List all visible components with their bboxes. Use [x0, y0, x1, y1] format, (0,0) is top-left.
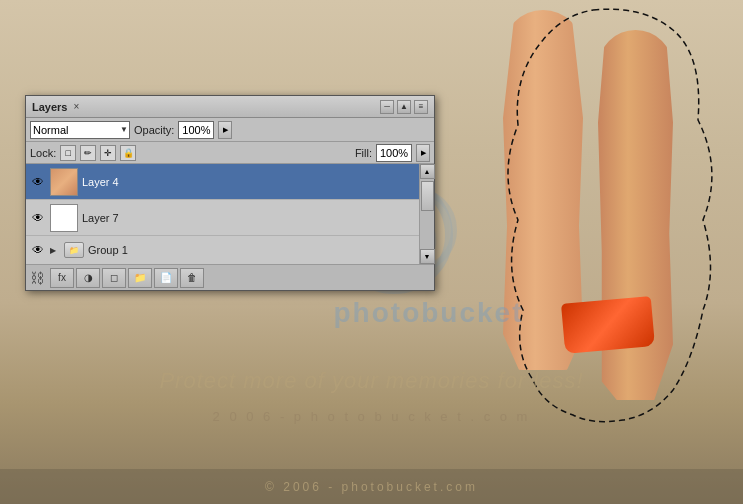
opacity-arrow-button[interactable]: ▶ [218, 121, 232, 139]
link-layers-icon: ⛓ [30, 270, 44, 286]
layer-4-thumbnail [50, 168, 78, 196]
copyright-bar: © 2006 - photobucket.com [0, 469, 743, 504]
panel-title-area: Layers × [32, 101, 79, 113]
panel-close-button[interactable]: × [73, 101, 79, 112]
new-group-button[interactable]: 📁 [128, 268, 152, 288]
panel-titlebar: Layers × ─ ▲ ≡ [26, 96, 434, 118]
group-name: Group 1 [88, 244, 128, 256]
group-expand-arrow[interactable]: ▶ [50, 246, 60, 255]
watermark-main: Protect more of your memories for less! [0, 368, 743, 394]
fx-button[interactable]: fx [50, 268, 74, 288]
lock-transparent-button[interactable]: □ [60, 145, 76, 161]
new-layer-button[interactable]: 📄 [154, 268, 178, 288]
layer-4-name: Layer 4 [82, 176, 414, 188]
opacity-input[interactable] [178, 121, 214, 139]
scroll-thumb[interactable] [421, 181, 434, 211]
layer-row-4[interactable]: 👁 Layer 4 [26, 164, 434, 200]
panel-maximize-button[interactable]: ▲ [397, 100, 411, 114]
lock-position-button[interactable]: ✛ [100, 145, 116, 161]
copyright-text: © 2006 - photobucket.com [265, 480, 478, 494]
panel-title: Layers [32, 101, 67, 113]
layers-panel: Layers × ─ ▲ ≡ Normal Multiply Screen Ov… [25, 95, 435, 291]
layer-7-thumbnail [50, 204, 78, 232]
delete-layer-button[interactable]: 🗑 [180, 268, 204, 288]
lock-label: Lock: [30, 147, 56, 159]
panel-title-buttons: ─ ▲ ≡ [380, 100, 428, 114]
layer-7-visibility-toggle[interactable]: 👁 [30, 210, 46, 226]
panel-toolbar: ⛓ fx ◑ ◻ 📁 📄 🗑 [26, 264, 434, 290]
lock-row: Lock: □ ✏ ✛ 🔒 Fill: ▶ [26, 142, 434, 164]
panel-minimize-button[interactable]: ─ [380, 100, 394, 114]
lock-all-button[interactable]: 🔒 [120, 145, 136, 161]
layer-4-visibility-toggle[interactable]: 👁 [30, 174, 46, 190]
fill-arrow-button[interactable]: ▶ [416, 144, 430, 162]
layer-row-7[interactable]: 👁 Layer 7 [26, 200, 434, 236]
watermark-url: 2 0 0 6 - p h o t o b u c k e t . c o m [0, 409, 743, 424]
blend-mode-row: Normal Multiply Screen Overlay ▼ Opacity… [26, 118, 434, 142]
layers-list: 👁 Layer 4 👁 Layer 7 👁 ▶ 📁 Group 1 ▲ ▼ [26, 164, 434, 264]
mask-button[interactable]: ◻ [102, 268, 126, 288]
layer-7-thumb-image [51, 205, 77, 231]
fill-label: Fill: [355, 147, 372, 159]
group-visibility-toggle[interactable]: 👁 [30, 242, 46, 258]
fill-input[interactable] [376, 144, 412, 162]
opacity-label: Opacity: [134, 124, 174, 136]
scroll-up-button[interactable]: ▲ [420, 164, 435, 179]
lock-pixels-button[interactable]: ✏ [80, 145, 96, 161]
layer-7-name: Layer 7 [82, 212, 414, 224]
group-icon: 📁 [64, 242, 84, 258]
blend-mode-select[interactable]: Normal Multiply Screen Overlay [30, 121, 130, 139]
sandal [561, 296, 655, 354]
group-row-1[interactable]: 👁 ▶ 📁 Group 1 [26, 236, 434, 264]
panel-menu-button[interactable]: ≡ [414, 100, 428, 114]
scroll-down-button[interactable]: ▼ [420, 249, 435, 264]
scroll-track: ▲ ▼ [419, 164, 434, 264]
blend-select-wrapper: Normal Multiply Screen Overlay ▼ [30, 121, 130, 139]
layer-4-thumb-image [51, 169, 77, 195]
adjustment-layer-button[interactable]: ◑ [76, 268, 100, 288]
